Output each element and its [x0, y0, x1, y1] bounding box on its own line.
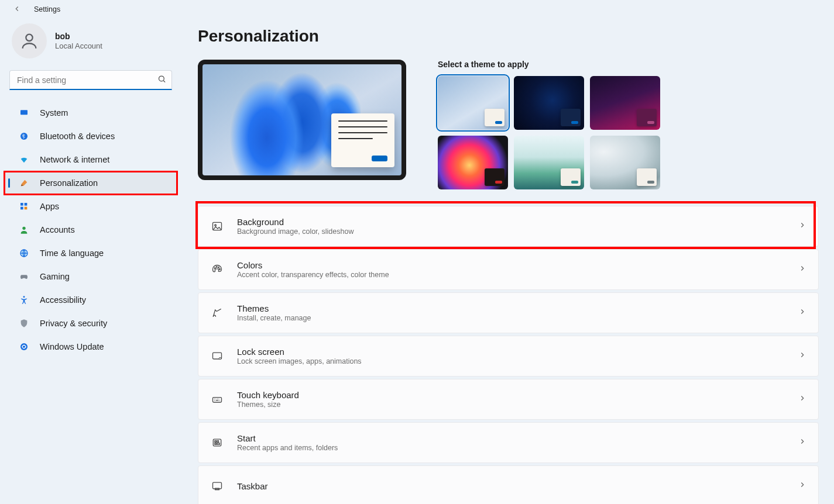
card-subtitle: Accent color, transparency effects, colo… — [237, 271, 798, 279]
sidebar-item-label: Accounts — [40, 225, 75, 234]
system-icon — [19, 108, 29, 118]
setting-card-background[interactable]: BackgroundBackground image, color, slide… — [198, 206, 819, 247]
theme-mini-window — [637, 168, 657, 186]
card-icon — [211, 393, 228, 405]
titlebar: Settings — [0, 0, 834, 19]
setting-card-lock-screen[interactable]: Lock screenLock screen images, apps, ani… — [198, 336, 819, 377]
sidebar-item-label: Time & language — [40, 248, 104, 258]
desktop-preview[interactable] — [198, 60, 406, 180]
card-icon — [211, 437, 228, 448]
gamepad-icon — [19, 272, 29, 281]
theme-mini-window — [637, 109, 657, 126]
svg-rect-25 — [217, 441, 219, 443]
card-icon — [211, 307, 228, 319]
globe-clock-icon — [19, 248, 29, 258]
back-button[interactable] — [11, 2, 23, 17]
card-title: Taskbar — [237, 481, 798, 491]
avatar — [12, 23, 47, 58]
card-icon — [211, 480, 228, 492]
setting-card-start[interactable]: StartRecent apps and items, folders — [198, 422, 819, 463]
svg-point-18 — [219, 268, 221, 270]
setting-card-themes[interactable]: ThemesInstall, create, manage — [198, 292, 819, 333]
sidebar-item-bluetooth[interactable]: Bluetooth & devices — [5, 125, 177, 147]
accessibility-icon — [19, 295, 29, 305]
theme-sunrise[interactable] — [514, 136, 584, 189]
sidebar-item-label: Bluetooth & devices — [40, 132, 115, 141]
accounts-icon — [19, 225, 29, 234]
sidebar-item-apps[interactable]: Apps — [5, 195, 177, 218]
search-input[interactable] — [9, 70, 172, 90]
sidebar-item-personalization[interactable]: Personalization — [5, 172, 177, 194]
svg-rect-22 — [213, 398, 222, 402]
theme-mini-window — [485, 168, 504, 186]
sidebar-item-accounts[interactable]: Accounts — [5, 219, 177, 241]
bluetooth-icon — [19, 132, 29, 141]
svg-point-1 — [159, 76, 164, 81]
theme-dark-bloom[interactable] — [514, 76, 584, 130]
card-title: Touch keyboard — [237, 390, 798, 400]
svg-rect-28 — [213, 482, 222, 489]
svg-rect-7 — [20, 207, 23, 210]
svg-rect-23 — [213, 439, 221, 446]
sidebar-item-gaming[interactable]: Gaming — [5, 265, 177, 288]
sidebar-item-system[interactable]: System — [5, 102, 177, 124]
chevron-right-icon — [798, 351, 806, 361]
shield-icon — [19, 319, 29, 328]
sidebar: bob Local Account System Bluetooth & dev… — [0, 19, 181, 504]
svg-rect-6 — [25, 203, 28, 206]
card-title: Lock screen — [237, 347, 798, 357]
card-icon — [211, 350, 228, 362]
svg-point-16 — [216, 267, 217, 268]
svg-point-14 — [215, 225, 217, 226]
profile-subtitle: Local Account — [55, 42, 102, 50]
svg-point-11 — [23, 296, 25, 298]
card-title: Colors — [237, 260, 798, 270]
theme-glow[interactable] — [590, 76, 660, 130]
setting-card-touch-keyboard[interactable]: Touch keyboardThemes, size — [198, 379, 819, 420]
svg-point-15 — [214, 268, 215, 269]
card-subtitle: Themes, size — [237, 401, 798, 409]
main-content: Personalization Select a theme to apply … — [181, 19, 834, 504]
setting-card-taskbar[interactable]: Taskbar — [198, 465, 819, 504]
theme-mini-window — [561, 109, 581, 126]
svg-point-0 — [26, 34, 32, 41]
apps-icon — [19, 202, 29, 211]
card-icon — [211, 220, 228, 232]
sidebar-item-label: Network & internet — [40, 155, 109, 164]
chevron-right-icon — [798, 437, 806, 448]
sidebar-item-label: Accessibility — [40, 295, 86, 305]
profile-block[interactable]: bob Local Account — [4, 23, 178, 70]
theme-mini-window — [561, 168, 581, 186]
sidebar-item-label: Windows Update — [40, 342, 104, 351]
setting-card-colors[interactable]: ColorsAccent color, transparency effects… — [198, 249, 819, 290]
nav-list: System Bluetooth & devices Network & int… — [4, 102, 178, 358]
svg-rect-8 — [25, 207, 28, 210]
theme-captured-motion[interactable] — [438, 136, 508, 189]
svg-rect-26 — [215, 443, 217, 445]
svg-rect-27 — [217, 443, 219, 445]
chevron-right-icon — [798, 394, 806, 405]
theme-flow[interactable] — [590, 136, 660, 189]
page-title: Personalization — [198, 27, 819, 46]
sidebar-item-label: Personalization — [40, 178, 98, 188]
app-title: Settings — [34, 5, 60, 13]
svg-point-12 — [20, 343, 28, 350]
preview-window — [331, 113, 394, 167]
svg-point-9 — [22, 227, 25, 230]
sidebar-item-privacy[interactable]: Privacy & security — [5, 312, 177, 334]
card-subtitle: Lock screen images, apps, animations — [237, 357, 798, 365]
sidebar-item-accessibility[interactable]: Accessibility — [5, 289, 177, 311]
sidebar-item-time-language[interactable]: Time & language — [5, 242, 177, 264]
paintbrush-icon — [19, 178, 29, 188]
card-subtitle: Background image, color, slideshow — [237, 227, 798, 236]
card-title: Background — [237, 217, 798, 227]
chevron-right-icon — [798, 308, 806, 318]
search-box[interactable] — [9, 70, 172, 90]
sidebar-item-update[interactable]: Windows Update — [5, 336, 177, 358]
theme-light-bloom[interactable] — [438, 76, 508, 130]
sidebar-item-label: System — [40, 108, 68, 118]
sidebar-item-network[interactable]: Network & internet — [5, 149, 177, 171]
wifi-icon — [19, 155, 29, 164]
profile-name: bob — [55, 32, 102, 41]
settings-list: BackgroundBackground image, color, slide… — [198, 206, 819, 504]
